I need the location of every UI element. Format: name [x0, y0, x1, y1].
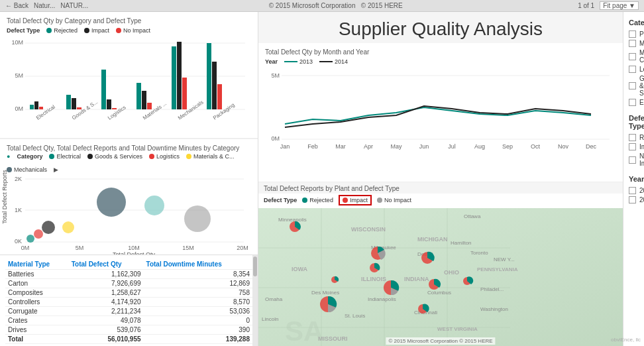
label-goods: Goods & Services [639, 75, 644, 97]
svg-text:Washington: Washington [480, 306, 508, 312]
filter-materials[interactable]: Materials & Compone... [629, 49, 639, 64]
cell-downtime: 0 [144, 316, 252, 325]
filter-electrical[interactable]: Electrical [629, 99, 639, 106]
svg-text:Jul: Jul [448, 143, 456, 150]
goods-dot [87, 154, 93, 159]
year-filter-section: Year 2013 2014 [629, 175, 639, 203]
category-filter-section: Category Packaging Mechanicals Materials… [629, 19, 639, 106]
svg-text:10M: 10M [128, 245, 140, 251]
map-impact-dot [343, 198, 348, 203]
cell-qty: 539,076 [69, 325, 144, 334]
checkbox-mechanicals[interactable] [629, 40, 636, 47]
topbar-fitpage[interactable]: Fit page ▼ [600, 1, 639, 10]
scrollbar[interactable] [252, 255, 258, 346]
filter-goods[interactable]: Goods & Services [629, 75, 639, 97]
table-row: Composites1,258,627758 [5, 288, 252, 297]
legend-logistics: Logistics [149, 153, 180, 160]
cell-downtime: 12,869 [144, 278, 252, 288]
svg-text:WISCONSIN: WISCONSIN [351, 226, 386, 233]
legend-rejected: Rejected [46, 27, 78, 34]
svg-text:Des Moines: Des Moines [311, 290, 339, 296]
category-text: Category [17, 153, 42, 160]
cell-downtime: 390 [144, 325, 252, 334]
map-legend-impact[interactable]: Impact [339, 195, 372, 205]
cell-downtime: 758 [144, 288, 252, 297]
checkbox-impact[interactable] [629, 143, 636, 150]
checkbox-electrical[interactable] [629, 99, 636, 106]
category-label: ● [7, 153, 10, 160]
map-svg: Minneapolis Ottawa WISCONSIN MICHIGAN IO… [258, 208, 623, 346]
svg-text:5M: 5M [76, 245, 84, 251]
data-table: Material Type Total Defect Qty Total Dow… [5, 259, 252, 344]
svg-text:MICHIGAN: MICHIGAN [417, 236, 448, 243]
cell-qty: 49,078 [69, 316, 144, 325]
svg-text:ILLINOIS: ILLINOIS [361, 276, 386, 282]
map-defect-legend: Defect Type Rejected Impact No Impact [258, 194, 623, 208]
checkbox-materials[interactable] [629, 53, 636, 60]
svg-rect-12 [101, 70, 106, 109]
topbar-back[interactable]: ← Back [5, 2, 28, 9]
checkbox-logistics[interactable] [629, 66, 636, 73]
table-row: Corrugate2,211,23453,036 [5, 306, 252, 316]
cell-qty: 1,258,627 [69, 288, 144, 297]
filter-packaging[interactable]: Packaging [629, 30, 639, 38]
label-electrical: Electrical [639, 99, 644, 106]
filter-rejected[interactable]: Rejected [629, 134, 639, 141]
filter-no-impact[interactable]: No Impact [629, 152, 639, 167]
svg-rect-16 [142, 91, 146, 109]
scrollbar-thumb[interactable] [253, 257, 257, 276]
top-bar: ← Back Natur... NATUR... © 2015 Microsof… [0, 0, 644, 12]
filter-impact[interactable]: Impact [629, 143, 639, 150]
cell-qty: 2,211,234 [69, 306, 144, 316]
filter-2014[interactable]: 2014 [629, 196, 639, 203]
svg-text:Sep: Sep [502, 143, 513, 150]
checkbox-2013[interactable] [629, 187, 636, 194]
checkbox-rejected[interactable] [629, 134, 636, 141]
rejected-dot [46, 28, 52, 33]
right-panel: Category Packaging Mechanicals Materials… [623, 12, 644, 346]
bubble-chart-title: Total Defect Qty, Total Defect Reports a… [7, 144, 251, 152]
svg-text:0K: 0K [15, 238, 22, 245]
filter-mechanicals[interactable]: Mechanicals [629, 40, 639, 47]
svg-text:Mar: Mar [335, 143, 346, 150]
label-packaging: Packaging [639, 30, 644, 38]
filter-2013[interactable]: 2013 [629, 187, 639, 194]
topbar-page: 1 of 1 [578, 2, 594, 9]
bubble-chart-legend: ● Category Electrical Goods & Services L… [7, 153, 251, 173]
legend-more[interactable]: ▶ [54, 166, 58, 173]
svg-rect-15 [136, 83, 141, 109]
checkbox-goods[interactable] [629, 82, 636, 89]
checkbox-2014[interactable] [629, 196, 636, 203]
svg-text:IOWA: IOWA [292, 266, 307, 272]
noimpact-dot [116, 28, 121, 33]
svg-text:St. Louis: St. Louis [345, 313, 365, 319]
impact-label: Impact [91, 27, 109, 34]
legend-materials: Materials & C... [186, 153, 235, 160]
table-row: Controllers4,174,9208,570 [5, 297, 252, 306]
map-container: Total Defect Reports by Plant and Defect… [258, 182, 623, 346]
svg-rect-19 [177, 42, 182, 109]
y-axis-label: Total Defect Reports [1, 170, 8, 224]
cell-qty: 1,162,309 [69, 269, 144, 278]
svg-rect-20 [182, 78, 187, 109]
cell-total-qty: 56,010,955 [69, 334, 144, 343]
title-area: Supplier Quality Analysis [258, 12, 623, 43]
svg-text:Omaha: Omaha [265, 296, 283, 302]
defect-type-filter-section: Defect Type Rejected Impact No Impact [629, 114, 639, 167]
bar-chart-svg: 10M 5M 0M [7, 36, 252, 129]
checkbox-packaging[interactable] [629, 30, 636, 38]
svg-rect-22 [212, 62, 217, 109]
svg-text:0M: 0M [21, 245, 30, 251]
svg-point-48 [184, 205, 211, 232]
cell-downtime: 53,036 [144, 306, 252, 316]
col-qty: Total Defect Qty [69, 259, 144, 270]
cell-downtime: 8,570 [144, 297, 252, 306]
svg-text:Oct: Oct [531, 143, 541, 150]
svg-point-45 [62, 221, 74, 233]
svg-text:OHIO: OHIO [444, 269, 459, 276]
cell-downtime: 8,354 [144, 269, 252, 278]
checkbox-no-impact[interactable] [629, 156, 636, 164]
defect-type-label: Defect Type [264, 197, 297, 203]
filter-logistics[interactable]: Logistics [629, 66, 639, 73]
svg-point-42 [27, 235, 34, 243]
